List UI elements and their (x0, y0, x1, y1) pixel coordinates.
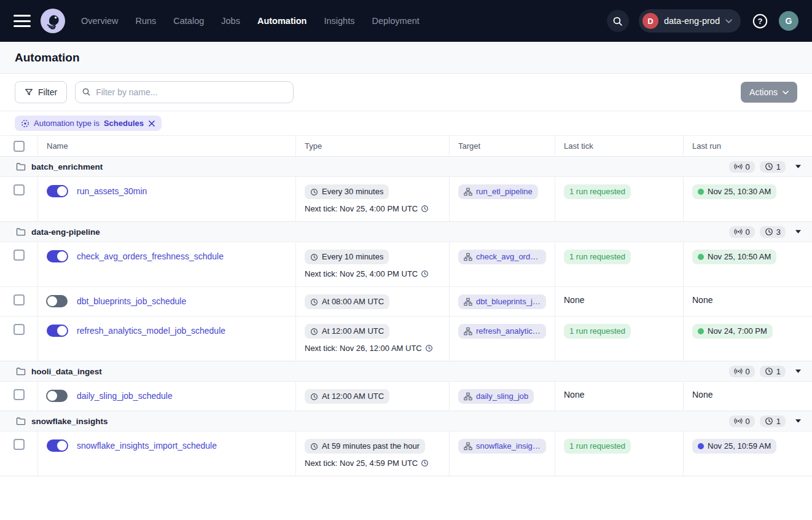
svg-text:?: ? (757, 17, 762, 26)
target-job-tag[interactable]: refresh_analytics_r (458, 324, 546, 339)
select-all-checkbox[interactable] (14, 141, 25, 152)
next-tick-text: Next tick: Nov 25, 4:00 PM UTC (305, 269, 440, 278)
table-row: run_assets_30min Every 30 minutes Next t… (0, 176, 812, 221)
clock-icon (765, 367, 773, 376)
clock-icon (765, 227, 773, 236)
sensor-icon (734, 367, 743, 376)
target-job-tag[interactable]: daily_sling_job (458, 389, 534, 404)
column-header-type: Type (295, 136, 449, 156)
row-checkbox[interactable] (14, 294, 25, 305)
last-run-tag[interactable]: Nov 24, 7:00 PM (692, 324, 773, 339)
group-row-data-eng-pipeline[interactable]: data-eng-pipeline 0 3 (0, 221, 812, 242)
actions-button-label: Actions (749, 87, 778, 97)
remove-filter-icon[interactable] (148, 120, 155, 127)
collapse-group-button[interactable] (795, 369, 801, 373)
last-tick-status-tag[interactable]: 1 run requested (564, 439, 631, 454)
table-row: dbt_blueprints_job_schedule At 08:00 AM … (0, 286, 812, 316)
row-checkbox[interactable] (14, 439, 25, 450)
target-job-tag[interactable]: run_etl_pipeline (458, 184, 538, 199)
last-run-tag[interactable]: Nov 25, 10:30 AM (692, 184, 776, 199)
schedule-toggle[interactable] (47, 325, 68, 337)
schedule-toggle[interactable] (47, 390, 68, 402)
schedule-toggle[interactable] (47, 250, 68, 262)
group-row-snowflake-insights[interactable]: snowflake_insights 0 1 (0, 411, 812, 431)
filter-chip-automation-type[interactable]: Automation type is Schedules (15, 116, 162, 131)
hamburger-menu-icon[interactable] (14, 15, 31, 27)
collapse-group-button[interactable] (795, 165, 801, 168)
user-avatar[interactable]: G (779, 11, 798, 31)
schedule-name-link[interactable]: refresh_analytics_model_job_schedule (77, 324, 225, 337)
schedule-name-link[interactable]: run_assets_30min (77, 184, 147, 198)
row-checkbox[interactable] (14, 324, 25, 335)
table-row: refresh_analytics_model_job_schedule At … (0, 316, 812, 361)
group-row-hooli-data-ingest[interactable]: hooli_data_ingest 0 1 (0, 361, 812, 381)
schedule-toggle[interactable] (47, 185, 68, 197)
nav-item-insights[interactable]: Insights (324, 16, 354, 26)
workspace-name: data-eng-prod (664, 16, 720, 26)
clock-icon (310, 298, 318, 306)
top-nav: Overview Runs Catalog Jobs Automation In… (0, 0, 812, 42)
help-button[interactable]: ? (751, 12, 769, 30)
filter-chip-prefix: Automation type is (34, 119, 100, 128)
nav-item-catalog[interactable]: Catalog (173, 16, 204, 26)
search-icon (612, 16, 623, 26)
filter-button[interactable]: Filter (15, 81, 67, 103)
nav-item-jobs[interactable]: Jobs (221, 16, 240, 26)
target-job-tag[interactable]: check_avg_orders_ (458, 250, 546, 264)
nav-item-overview[interactable]: Overview (81, 16, 118, 26)
last-tick-status-tag[interactable]: 1 run requested (564, 184, 631, 199)
nav-item-automation[interactable]: Automation (257, 16, 307, 26)
search-button[interactable] (607, 10, 629, 32)
target-job-tag[interactable]: dbt_blueprints_job (458, 294, 546, 309)
sensor-count-badge: 0 (729, 226, 755, 238)
table-row: check_avg_orders_freshness_schdule Every… (0, 242, 812, 286)
schedule-toggle[interactable] (47, 439, 68, 452)
search-input[interactable] (75, 81, 294, 103)
dagster-logo-icon[interactable] (41, 9, 65, 33)
last-tick-status-tag[interactable]: 1 run requested (564, 250, 631, 264)
clock-icon (310, 443, 318, 451)
last-run-tag[interactable]: Nov 25, 10:59 AM (692, 439, 776, 454)
last-tick-none: None (564, 390, 584, 400)
active-filters-row: Automation type is Schedules (0, 111, 812, 136)
row-checkbox[interactable] (14, 389, 25, 400)
clock-icon (425, 344, 433, 352)
schedule-name-link[interactable]: dbt_blueprints_job_schedule (77, 294, 186, 308)
row-checkbox[interactable] (14, 250, 25, 261)
clock-icon (421, 270, 429, 278)
actions-button[interactable]: Actions (741, 82, 797, 103)
schedule-type-tag: At 12:00 AM UTC (305, 324, 389, 339)
group-name: batch_enrichment (31, 162, 103, 171)
schedule-name-link[interactable]: snowflake_insights_import_schedule (77, 439, 217, 452)
nav-item-runs[interactable]: Runs (135, 16, 156, 26)
collapse-group-button[interactable] (795, 230, 801, 234)
row-checkbox[interactable] (14, 184, 25, 195)
sensor-count-badge: 0 (729, 416, 755, 427)
clock-icon (310, 188, 318, 196)
schedule-name-link[interactable]: daily_sling_job_schedule (77, 389, 173, 403)
caret-down-icon (795, 230, 801, 234)
workspace-switcher[interactable]: D data-eng-prod (639, 9, 741, 33)
schedule-count-badge: 1 (760, 366, 786, 377)
page-header: Automation (0, 42, 812, 74)
table-header-row: Name Type Target Last tick Last run (0, 136, 812, 156)
nav-item-deployment[interactable]: Deployment (372, 16, 419, 26)
next-tick-text: Next tick: Nov 25, 4:59 PM UTC (305, 459, 440, 468)
last-tick-status-tag[interactable]: 1 run requested (564, 324, 631, 339)
folder-icon (16, 366, 26, 376)
target-job-tag[interactable]: snowflake_insights (458, 439, 546, 454)
clock-icon (310, 393, 318, 401)
schedule-type-tag: Every 10 minutes (305, 250, 389, 264)
caret-down-icon (795, 369, 801, 373)
folder-icon (16, 416, 26, 426)
collapse-group-button[interactable] (795, 419, 801, 423)
table-row: snowflake_insights_import_schedule At 59… (0, 431, 812, 476)
schedule-toggle[interactable] (47, 295, 68, 307)
clock-icon (421, 205, 429, 213)
group-row-batch-enrichment[interactable]: batch_enrichment 0 1 (0, 156, 812, 176)
clock-icon (310, 253, 318, 261)
last-run-tag[interactable]: Nov 25, 10:50 AM (692, 250, 776, 264)
schedule-name-link[interactable]: check_avg_orders_freshness_schdule (77, 250, 224, 263)
run-status-dot (698, 328, 704, 334)
search-icon (82, 87, 91, 97)
